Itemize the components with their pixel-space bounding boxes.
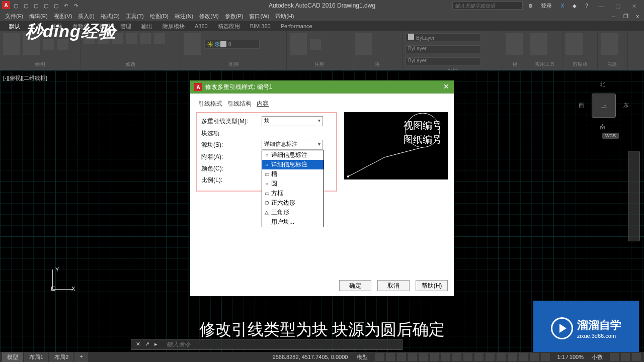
dropdown-item-user-block[interactable]: 用户块... bbox=[262, 217, 324, 227]
dialog-titlebar[interactable]: A 修改多重引线样式: 编号1 ✕ bbox=[190, 80, 454, 94]
dropdown-item-circle[interactable]: ○圆 bbox=[262, 179, 324, 189]
toggle-osnap-icon[interactable] bbox=[419, 353, 428, 361]
toggle-qp-icon[interactable] bbox=[486, 353, 495, 361]
menu-dimension[interactable]: 标注(N) bbox=[172, 13, 196, 20]
toggle-snap-icon[interactable] bbox=[386, 353, 395, 361]
window-minimize-button[interactable]: — bbox=[594, 3, 608, 9]
status-scale[interactable]: 1:1 / 100% bbox=[553, 354, 588, 360]
command-line[interactable]: ✕ ↗ ▸ bbox=[131, 339, 403, 350]
dropdown-item-slot[interactable]: ▭槽 bbox=[262, 169, 324, 179]
ribbon-tab-featured[interactable]: 精选应用 bbox=[213, 23, 245, 30]
cmd-recent-icon[interactable]: ↗ bbox=[143, 341, 150, 348]
ribbon-tab-default[interactable]: 默认 bbox=[4, 23, 25, 30]
wcs-label[interactable]: WCS bbox=[602, 133, 619, 139]
status-decimal[interactable]: 小数 bbox=[588, 353, 607, 361]
ribbon-tab-insert[interactable]: 插入 bbox=[25, 23, 46, 30]
toggle-dyn-icon[interactable] bbox=[452, 353, 461, 361]
layer-combo[interactable]: ☀❄ 0 bbox=[204, 40, 260, 49]
menu-window[interactable]: 窗口(W) bbox=[246, 13, 272, 20]
toggle-isolate-icon[interactable] bbox=[632, 353, 641, 361]
help-button[interactable]: 帮助(H) bbox=[416, 280, 448, 291]
window-maximize-button[interactable]: ▢ bbox=[611, 3, 625, 10]
menu-format[interactable]: 格式(O) bbox=[98, 13, 123, 20]
toggle-polar-icon[interactable] bbox=[408, 353, 417, 361]
toggle-ortho-icon[interactable] bbox=[397, 353, 406, 361]
tab-layout2[interactable]: 布局2 bbox=[49, 352, 73, 362]
dropdown-item-detail-callout-2[interactable]: ○详细信息标注 bbox=[262, 160, 324, 169]
toggle-anno-icon[interactable] bbox=[508, 353, 517, 361]
ribbon-tab-performance[interactable]: Performance bbox=[276, 23, 317, 29]
help-search-input[interactable] bbox=[452, 2, 523, 10]
dropdown-item-box[interactable]: ▭方框 bbox=[262, 189, 324, 198]
status-space[interactable]: 模型 bbox=[353, 353, 372, 361]
menu-help[interactable]: 帮助(H) bbox=[272, 13, 297, 20]
dropdown-item-triangle[interactable]: △三角形 bbox=[262, 208, 324, 217]
menu-parametric[interactable]: 参数(P) bbox=[222, 13, 247, 20]
doc-close-button[interactable]: x bbox=[633, 13, 642, 20]
viewport-label[interactable]: [-][俯视][二维线框] bbox=[3, 74, 47, 82]
tab-model[interactable]: 模型 bbox=[2, 352, 23, 362]
toggle-grid-icon[interactable] bbox=[375, 353, 384, 361]
ribbon-tab-parametric[interactable]: 参数化 bbox=[67, 23, 94, 30]
tab-leader-structure[interactable]: 引线结构 bbox=[225, 99, 254, 109]
ribbon-tab-output[interactable]: 输出 bbox=[136, 23, 157, 30]
menu-draw[interactable]: 绘图(D) bbox=[147, 13, 172, 20]
menu-file[interactable]: 文件(F) bbox=[2, 13, 26, 20]
command-input[interactable] bbox=[163, 341, 402, 348]
dropdown-item-detail-callout[interactable]: ○详细信息标注 bbox=[262, 150, 324, 160]
infocenter-icon[interactable]: ⚙ bbox=[526, 1, 535, 10]
menu-modify[interactable]: 修改(M) bbox=[196, 13, 222, 20]
qat-new-icon[interactable]: ▢ bbox=[11, 1, 20, 10]
viewcube-top-face[interactable]: 上 bbox=[592, 94, 616, 118]
toggle-clean-icon[interactable] bbox=[621, 353, 630, 361]
toggle-tpy-icon[interactable] bbox=[474, 353, 484, 361]
doc-restore-button[interactable]: ❐ bbox=[620, 13, 631, 20]
qat-save-icon[interactable]: ▢ bbox=[31, 1, 40, 10]
toggle-annomon-icon[interactable] bbox=[530, 353, 539, 361]
toggle-otrack-icon[interactable] bbox=[441, 353, 450, 361]
cmd-close-icon[interactable]: ✕ bbox=[134, 341, 141, 348]
account-signin[interactable]: 登录 bbox=[538, 2, 555, 10]
exchange-icon[interactable]: X bbox=[558, 1, 567, 10]
window-close-button[interactable]: ✕ bbox=[627, 3, 641, 10]
toggle-sc-icon[interactable] bbox=[497, 353, 506, 361]
dialog-close-button[interactable]: ✕ bbox=[442, 82, 451, 90]
menu-insert[interactable]: 插入(I) bbox=[75, 13, 97, 20]
menu-tools[interactable]: 工具(T) bbox=[123, 13, 147, 20]
toggle-3dosnap-icon[interactable] bbox=[430, 353, 439, 361]
viewcube[interactable]: 北 南 西 东 上 bbox=[579, 80, 629, 131]
toggle-lwt-icon[interactable] bbox=[463, 353, 472, 361]
ok-button[interactable]: 确定 bbox=[339, 280, 371, 291]
toggle-customize-icon[interactable] bbox=[610, 353, 619, 361]
menu-edit[interactable]: 编辑(E) bbox=[26, 13, 51, 20]
tab-add[interactable]: + bbox=[74, 352, 88, 362]
a360-icon[interactable]: ◆ bbox=[570, 1, 579, 10]
qat-undo-icon[interactable]: ↶ bbox=[61, 1, 70, 10]
ribbon-tab-addins[interactable]: 附加模块 bbox=[157, 23, 190, 30]
ribbon-tab-view[interactable]: 视图 bbox=[94, 23, 115, 30]
tab-content[interactable]: 内容 bbox=[255, 99, 271, 109]
qat-saveas-icon[interactable]: ▢ bbox=[41, 1, 50, 10]
prop-ltype-combo[interactable]: ByLayer bbox=[406, 45, 481, 53]
source-block-combo[interactable]: 详细信息标注 ○详细信息标注 ○详细信息标注 ▭槽 ○圆 ▭方框 ⬡正六边形 △… bbox=[262, 140, 323, 150]
dropdown-item-hexagon[interactable]: ⬡正六边形 bbox=[262, 198, 324, 208]
prop-lweight-combo[interactable]: ByLayer bbox=[406, 57, 481, 65]
prop-color-combo[interactable]: ByLayer bbox=[406, 33, 481, 41]
toggle-units-icon[interactable] bbox=[541, 353, 550, 361]
help-icon[interactable]: ? bbox=[582, 1, 591, 10]
qat-redo-icon[interactable]: ↷ bbox=[71, 1, 80, 10]
qat-open-icon[interactable]: ▢ bbox=[21, 1, 30, 10]
tab-layout1[interactable]: 布局1 bbox=[24, 352, 48, 362]
mleader-type-combo[interactable]: 块 bbox=[262, 116, 323, 126]
qat-print-icon[interactable]: ▢ bbox=[51, 1, 60, 10]
doc-minimize-button[interactable]: – bbox=[609, 13, 618, 20]
ribbon-tab-bim360[interactable]: BIM 360 bbox=[245, 23, 276, 29]
menu-view[interactable]: 视图(V) bbox=[51, 13, 75, 20]
ribbon-tab-a360[interactable]: A360 bbox=[190, 23, 213, 29]
tab-leader-format[interactable]: 引线格式 bbox=[196, 99, 224, 109]
cancel-button[interactable]: 取消 bbox=[377, 280, 410, 291]
ribbon-tab-annotate[interactable]: 注释 bbox=[46, 23, 67, 30]
navigation-bar[interactable] bbox=[628, 151, 640, 241]
toggle-ws-icon[interactable] bbox=[519, 353, 528, 361]
ribbon-tab-manage[interactable]: 管理 bbox=[115, 23, 136, 30]
